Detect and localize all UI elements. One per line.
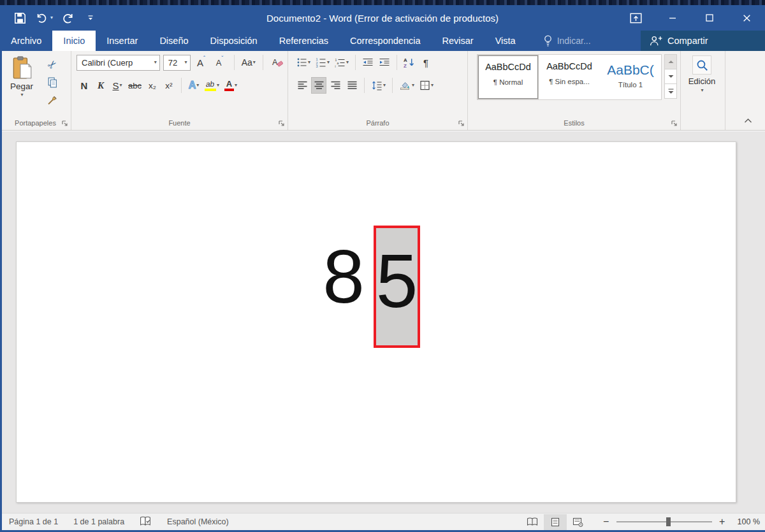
line-spacing-button[interactable]: ▾ [369,77,388,94]
proofing-status[interactable] [132,516,159,528]
align-center-button[interactable] [311,77,326,94]
borders-button[interactable]: ▾ [418,77,435,94]
tab-correspondencia[interactable]: Correspondencia [339,31,431,51]
format-painter-button[interactable] [45,93,60,107]
bullets-button[interactable]: ▾ [295,54,312,71]
tab-revisar[interactable]: Revisar [432,31,484,51]
font-color-dropdown-icon[interactable]: ▾ [235,83,237,88]
tab-inicio[interactable]: Inicio [52,31,96,51]
shading-button[interactable]: ▾ [397,77,416,94]
paragraph-group: ▾ 123 ▾ 1ai ▾ [288,51,468,130]
minimize-button[interactable] [654,5,691,31]
tell-me-box[interactable]: Indicar... [543,31,591,51]
zoom-out-button[interactable]: − [599,514,614,530]
text-highlight-button[interactable]: ab ▾ [203,77,221,94]
increase-indent-button[interactable] [377,54,392,71]
paste-button[interactable]: Pegar ▾ [4,54,40,117]
decrease-indent-button[interactable] [360,54,375,71]
document-page[interactable]: 8 5 [16,141,736,503]
read-mode-button[interactable] [521,514,544,530]
share-button[interactable]: Compartir [641,31,765,51]
line-spacing-dropdown-icon[interactable]: ▾ [383,83,386,88]
highlight-dropdown-icon[interactable]: ▾ [217,83,219,88]
text-effects-button[interactable]: A▾ [186,77,201,94]
cut-button[interactable]: ✂ [45,57,60,71]
multilevel-dropdown-icon[interactable]: ▾ [346,60,349,65]
share-label: Compartir [667,36,708,46]
close-button[interactable] [728,5,765,31]
shrink-font-button[interactable]: Aˇ [212,54,228,71]
styles-more-icon[interactable] [664,83,677,99]
document-text[interactable]: 8 [315,239,372,314]
font-color-button[interactable]: A ▾ [222,77,239,94]
word-count[interactable]: 1 de 1 palabra [66,517,132,526]
font-size-dropdown-icon: ▾ [185,60,187,65]
underline-button[interactable]: S▾ [110,77,125,94]
styles-scroll-down-icon[interactable] [664,69,677,84]
zoom-slider-handle[interactable] [666,517,671,526]
ribbon-display-options-icon[interactable] [617,5,654,31]
clear-formatting-button[interactable]: A [270,54,285,71]
grow-font-button[interactable]: Aˆ [194,54,209,71]
selected-text[interactable]: 5 [376,243,418,319]
font-size-combo[interactable]: 72▾ [163,55,191,71]
status-bar: Página 1 de 1 1 de 1 palabra Español (Mé… [0,513,765,530]
align-right-button[interactable] [328,77,343,94]
web-layout-button[interactable] [567,514,590,530]
redo-icon[interactable] [61,11,75,25]
zoom-level[interactable]: 100 % [738,517,760,526]
print-layout-button[interactable] [544,514,567,530]
language-indicator[interactable]: Español (México) [159,517,237,526]
justify-button[interactable] [344,77,360,94]
tab-archivo[interactable]: Archivo [0,31,52,51]
quick-access-toolbar: ▾ [0,11,98,25]
italic-button[interactable]: K [93,77,108,94]
zoom-slider[interactable] [616,521,712,522]
customize-quick-access-icon[interactable] [84,11,98,25]
paragraph-dialog-launcher-icon[interactable] [458,120,465,127]
styles-scroll-up-icon[interactable] [664,54,677,69]
style-normal[interactable]: AaBbCcDd ¶ Normal [478,55,538,99]
style-no-spacing[interactable]: AaBbCcDd ¶ Sin espa... [539,55,600,99]
collapse-ribbon-button[interactable] [744,115,752,126]
tab-disposicion[interactable]: Disposición [200,31,268,51]
tab-vista[interactable]: Vista [484,31,527,51]
numbering-button[interactable]: 123 ▾ [314,54,332,71]
styles-dialog-launcher-icon[interactable] [671,120,678,127]
copy-button[interactable] [45,75,60,89]
style-heading1[interactable]: AaBbC( Título 1 [600,55,661,99]
find-button[interactable] [692,55,711,75]
bullets-dropdown-icon[interactable]: ▾ [308,60,310,65]
strikethrough-button[interactable]: abc [126,77,143,94]
maximize-button[interactable] [691,5,728,31]
sort-button[interactable]: AZ [402,54,417,71]
text-effects-dropdown-icon[interactable]: ▾ [196,83,199,88]
svg-text:a: a [337,61,339,65]
numbering-dropdown-icon[interactable]: ▾ [327,60,330,65]
font-dialog-launcher-icon[interactable] [278,120,286,127]
editing-dropdown-icon[interactable]: ▾ [701,88,703,93]
undo-button[interactable]: ▾ [35,12,53,24]
page-indicator[interactable]: Página 1 de 1 [0,517,66,526]
bold-button[interactable]: N [76,77,92,94]
zoom-in-button[interactable]: + [715,514,730,530]
tab-insertar[interactable]: Insertar [96,31,149,51]
underline-dropdown-icon[interactable]: ▾ [120,83,122,88]
paste-dropdown-icon[interactable]: ▾ [20,92,23,97]
align-left-button[interactable] [295,77,310,94]
save-icon[interactable] [13,11,27,25]
font-name-combo[interactable]: Calibri (Cuerp▾ [76,55,160,71]
superscript-button[interactable]: x² [161,77,177,94]
subscript-button[interactable]: x₂ [145,77,160,94]
undo-dropdown-icon[interactable]: ▾ [50,15,53,20]
tab-diseno[interactable]: Diseño [149,31,199,51]
tab-referencias[interactable]: Referencias [268,31,339,51]
shading-dropdown-icon[interactable]: ▾ [412,83,414,88]
change-case-button[interactable]: Aa▾ [240,54,256,71]
borders-dropdown-icon[interactable]: ▾ [431,83,433,88]
align-left-icon [297,81,308,90]
clipboard-dialog-launcher-icon[interactable] [61,120,69,127]
multilevel-list-button[interactable]: 1ai ▾ [333,54,351,71]
multilevel-list-icon: 1ai [335,57,346,68]
show-marks-button[interactable]: ¶ [418,54,433,71]
